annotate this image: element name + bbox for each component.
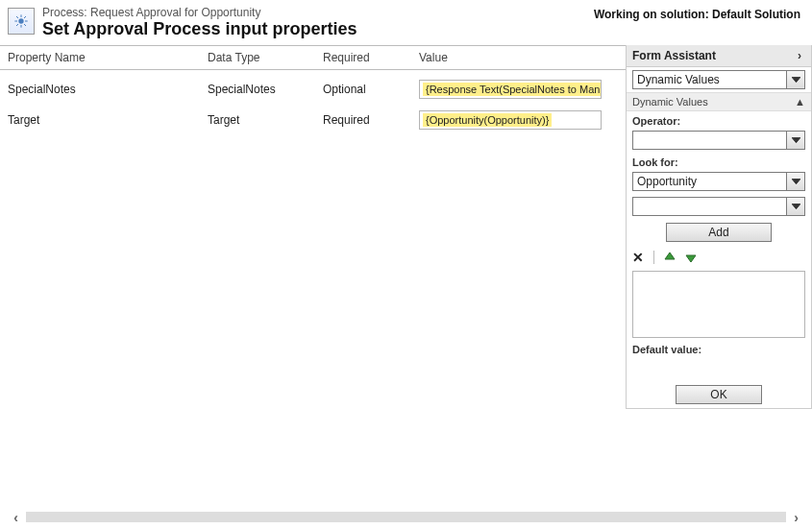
dropdown-button[interactable] <box>786 70 805 89</box>
column-headers: Property Name Data Type Required Value <box>0 45 626 70</box>
add-row: Add <box>627 219 811 246</box>
dropdown-button[interactable] <box>786 131 805 150</box>
default-value-input[interactable] <box>632 358 805 375</box>
horizontal-scrollbar: ‹ › <box>8 509 804 525</box>
section-title: Dynamic Values <box>632 96 708 108</box>
look-for-select[interactable]: Opportunity <box>632 172 787 191</box>
look-for-select-row: Opportunity <box>627 169 811 194</box>
dynamic-values-section-header[interactable]: Dynamic Values ▲ <box>627 92 811 111</box>
col-header-required: Required <box>315 51 411 64</box>
svg-marker-13 <box>665 252 675 259</box>
svg-line-8 <box>24 16 26 18</box>
data-type-cell: SpecialNotes <box>200 83 315 96</box>
move-down-icon[interactable] <box>685 252 697 263</box>
scroll-track[interactable] <box>26 512 786 522</box>
col-header-data-type: Data Type <box>200 51 315 64</box>
svg-marker-12 <box>792 204 800 208</box>
form-assistant-header: Form Assistant › <box>627 45 811 67</box>
top-select[interactable]: Dynamic Values <box>632 70 787 89</box>
value-token[interactable]: {Response Text(SpecialNotes to Manager)} <box>423 83 602 96</box>
look-for-sub-select[interactable] <box>632 197 787 216</box>
collapse-icon[interactable]: ▲ <box>795 96 805 108</box>
value-cell: {Opportunity(Opportunity)} <box>411 110 618 130</box>
process-icon <box>8 8 35 35</box>
col-header-property-name: Property Name <box>8 51 200 64</box>
property-name-cell: Target <box>8 113 200 127</box>
dropdown-button[interactable] <box>786 197 805 216</box>
value-input[interactable]: {Opportunity(Opportunity)} <box>419 110 602 130</box>
scroll-left-button[interactable]: ‹ <box>8 509 24 525</box>
default-value-label: Default value: <box>627 340 811 356</box>
required-cell: Optional <box>315 83 411 96</box>
required-cell: Required <box>315 113 411 127</box>
svg-marker-9 <box>792 77 800 82</box>
value-input[interactable]: {Response Text(SpecialNotes to Manager)} <box>419 80 602 99</box>
form-assistant-title: Form Assistant <box>632 49 716 62</box>
page-title: Set Approval Process input properties <box>42 19 594 39</box>
operator-select[interactable] <box>632 131 787 150</box>
working-on-solution: Working on solution: Default Solution <box>594 4 804 21</box>
property-name-cell: SpecialNotes <box>8 83 200 96</box>
look-for-sub-select-row <box>627 194 811 219</box>
top-select-value: Dynamic Values <box>637 73 720 86</box>
property-row: SpecialNotes SpecialNotes Optional {Resp… <box>0 74 626 105</box>
expand-icon[interactable]: › <box>794 49 805 62</box>
property-row: Target Target Required {Opportunity(Oppo… <box>0 105 626 135</box>
dropdown-button[interactable] <box>786 172 805 191</box>
svg-line-7 <box>16 24 18 26</box>
col-header-value: Value <box>411 51 618 64</box>
ok-row: OK <box>627 381 811 408</box>
scroll-right-button[interactable]: › <box>788 509 804 525</box>
operator-select-row <box>627 128 811 153</box>
ok-button[interactable]: OK <box>676 385 762 404</box>
data-type-cell: Target <box>200 113 315 127</box>
process-line: Process: Request Approval for Opportunit… <box>42 6 594 19</box>
main-area: Property Name Data Type Required Value S… <box>0 45 812 409</box>
move-up-icon[interactable] <box>664 252 676 263</box>
svg-line-5 <box>16 16 18 18</box>
toolbar-divider <box>653 251 654 264</box>
svg-marker-11 <box>792 179 800 183</box>
svg-marker-10 <box>792 137 800 142</box>
look-for-label: Look for: <box>627 153 811 169</box>
value-cell: {Response Text(SpecialNotes to Manager)} <box>411 80 618 99</box>
delete-icon[interactable]: ✕ <box>632 250 644 265</box>
header-bar: Process: Request Approval for Opportunit… <box>0 0 812 45</box>
header-text: Process: Request Approval for Opportunit… <box>42 4 594 39</box>
svg-marker-14 <box>686 255 696 262</box>
value-token[interactable]: {Opportunity(Opportunity)} <box>423 113 552 127</box>
list-toolbar: ✕ <box>627 246 811 269</box>
add-button[interactable]: Add <box>666 223 772 242</box>
operator-label: Operator: <box>627 111 811 128</box>
values-list[interactable] <box>632 271 805 338</box>
svg-line-6 <box>24 24 26 26</box>
look-for-value: Opportunity <box>637 175 697 188</box>
form-assistant-pane: Form Assistant › Dynamic Values Dynamic … <box>626 45 812 409</box>
properties-pane: Property Name Data Type Required Value S… <box>0 45 626 409</box>
svg-point-0 <box>18 18 23 23</box>
top-select-row: Dynamic Values <box>627 67 811 92</box>
